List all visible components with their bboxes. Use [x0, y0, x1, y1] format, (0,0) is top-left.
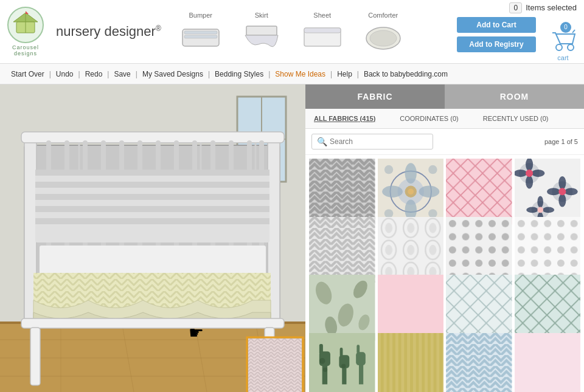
add-to-registry-button[interactable]: Add to Registry — [457, 36, 536, 52]
svg-point-11 — [370, 30, 397, 46]
logo-text: Carousel designs — [12, 44, 39, 57]
svg-point-100 — [537, 207, 543, 213]
trademark: ® — [156, 24, 161, 33]
swatch-dots-lt-gray[interactable] — [515, 217, 581, 283]
cart-icon-area[interactable]: 0 cart — [549, 17, 577, 61]
nav-back-to-site[interactable]: Back to babybedding.com — [360, 70, 451, 78]
sheet-img — [301, 21, 344, 52]
sub-tab-recently-used[interactable]: RECENTLY USED (0) — [481, 114, 551, 123]
svg-point-99 — [526, 207, 538, 213]
svg-rect-102 — [309, 217, 375, 283]
product-bumper[interactable]: Bumper — [179, 12, 222, 52]
product-sheet[interactable]: Sheet — [301, 12, 344, 52]
swatch-chevron-gray[interactable] — [309, 159, 375, 225]
svg-rect-5 — [184, 31, 217, 34]
svg-rect-66 — [309, 159, 375, 225]
navbar: Start Over | Undo | Redo | Save | My Sav… — [0, 64, 584, 84]
svg-rect-136 — [356, 345, 360, 353]
svg-marker-3 — [26, 11, 29, 14]
search-input[interactable] — [330, 137, 428, 146]
bumper-label: Bumper — [189, 12, 212, 19]
svg-rect-135 — [356, 352, 366, 365]
sheet-label: Sheet — [313, 12, 331, 19]
tab-room[interactable]: ROOM — [445, 84, 584, 109]
nav-sep-2: | — [77, 70, 82, 78]
crib-panel[interactable]: ☛ — [0, 84, 305, 392]
sub-tab-coords-count: 0 — [453, 115, 456, 122]
svg-rect-6 — [184, 35, 217, 38]
swatch-stripe-tan[interactable] — [378, 333, 444, 393]
nav-save[interactable]: Save — [110, 70, 134, 78]
swatch-diamond-sage[interactable] — [515, 275, 581, 341]
swatch-chevron-lt-gray[interactable] — [309, 217, 375, 283]
svg-rect-132 — [340, 348, 343, 356]
nav-sep-8: | — [356, 70, 360, 78]
search-bar: 🔍 page 1 of 5 — [305, 129, 584, 155]
swatch-animals-sage[interactable] — [309, 333, 375, 393]
svg-point-85 — [531, 170, 544, 177]
add-to-cart-button[interactable]: Add to Cart — [457, 17, 536, 33]
skirt-img — [240, 21, 283, 52]
nav-start-over[interactable]: Start Over — [7, 70, 48, 78]
swatch-diamond-lt-gray[interactable] — [446, 275, 512, 341]
nav-help[interactable]: Help — [333, 70, 356, 78]
nav-show-me-ideas[interactable]: Show Me Ideas — [271, 70, 329, 78]
svg-point-13 — [568, 44, 574, 50]
svg-rect-48 — [35, 194, 269, 200]
svg-rect-142 — [446, 333, 512, 393]
svg-rect-112 — [515, 217, 581, 283]
swatch-floral-blue[interactable] — [378, 159, 444, 225]
swatch-dots-gray[interactable] — [446, 217, 512, 283]
product-comforter[interactable]: Comforter — [362, 12, 405, 52]
svg-rect-143 — [515, 333, 581, 393]
swatch-floral-sage[interactable] — [309, 275, 375, 341]
crib-scene: ☛ — [0, 84, 305, 392]
sub-tab-coords[interactable]: COORDINATES (0) — [397, 114, 461, 123]
header: Carousel designs nursery designer® Bumpe… — [0, 0, 584, 64]
skirt-label: Skirt — [255, 12, 268, 19]
product-skirt[interactable]: Skirt — [240, 12, 283, 52]
swatch-solid-lt-pink[interactable] — [515, 333, 581, 393]
fabric-panel: FABRIC ROOM ALL FABRICS (415) COORDINATE… — [305, 84, 584, 392]
nav-my-saved-designs[interactable]: My Saved Designs — [139, 70, 207, 78]
bumper-img — [179, 21, 222, 52]
svg-rect-31 — [21, 132, 284, 143]
svg-rect-47 — [35, 182, 269, 188]
svg-rect-9 — [304, 28, 341, 33]
svg-rect-106 — [378, 217, 444, 283]
fabric-sub-tabs: ALL FABRICS (415) COORDINATES (0) RECENT… — [305, 109, 584, 129]
svg-rect-50 — [35, 218, 269, 224]
swatch-floral-navy[interactable] — [515, 159, 581, 225]
nav-redo[interactable]: Redo — [82, 70, 106, 78]
swatch-chevron-lt-blue[interactable] — [446, 333, 512, 393]
nav-bedding-styles[interactable]: Bedding Styles — [211, 70, 267, 78]
swatch-solid-pink[interactable] — [378, 275, 444, 341]
svg-rect-109 — [446, 217, 512, 283]
svg-rect-58 — [21, 318, 284, 328]
cart-count-badge: 0 — [560, 22, 571, 33]
svg-rect-140 — [378, 333, 444, 393]
search-input-wrapper[interactable]: 🔍 — [311, 134, 433, 150]
svg-point-76 — [384, 165, 392, 174]
cart-label: cart — [557, 54, 568, 61]
nav-sep-5: | — [207, 70, 211, 78]
svg-rect-123 — [515, 275, 581, 341]
nav-sep-1: | — [48, 70, 52, 78]
nav-undo[interactable]: Undo — [52, 70, 77, 78]
svg-rect-49 — [35, 206, 269, 212]
logo-area: Carousel designs — [7, 7, 44, 57]
main-content: ☛ FABRIC ROOM ALL FABRICS (415) COORDINA… — [0, 84, 584, 392]
nav-sep-7: | — [329, 70, 333, 78]
swatch-diamond-pink[interactable] — [446, 159, 512, 225]
tab-fabric[interactable]: FABRIC — [305, 84, 445, 109]
svg-rect-119 — [378, 275, 444, 341]
page-info: page 1 of 5 — [544, 138, 578, 145]
logo-icon — [7, 7, 44, 43]
app-title: nursery designer® — [56, 24, 161, 40]
svg-rect-7 — [246, 26, 277, 35]
sub-tab-all[interactable]: ALL FABRICS (415) — [311, 114, 378, 123]
svg-point-73 — [382, 186, 403, 198]
svg-rect-63 — [248, 339, 302, 392]
swatch-damask-white[interactable] — [378, 217, 444, 283]
svg-point-128 — [319, 357, 325, 363]
